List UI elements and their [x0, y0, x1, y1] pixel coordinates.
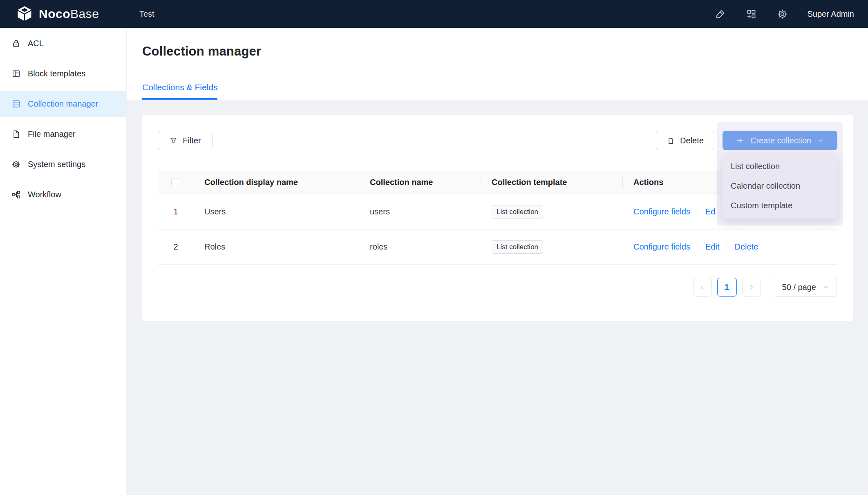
sidebar-item-acl[interactable]: ACL — [0, 30, 126, 56]
configure-fields-link[interactable]: Configure fields — [633, 242, 690, 252]
trash-icon — [667, 136, 675, 145]
sidebar: ACL Block templates Collection manager — [0, 28, 127, 495]
main-content: Collection manager Collections & Fields … — [127, 28, 868, 495]
header-collection-template: Collection template — [481, 178, 623, 187]
nav-menu: Test — [127, 0, 154, 28]
sidebar-item-workflow[interactable]: Workflow — [0, 181, 126, 207]
nav-item-test[interactable]: Test — [139, 9, 154, 19]
sidebar-item-label: Workflow — [28, 190, 61, 199]
pagination-prev-button[interactable] — [693, 278, 712, 297]
chevron-down-icon — [823, 284, 829, 290]
sidebar-item-label: Collection manager — [28, 99, 98, 109]
pagination-page-1[interactable]: 1 — [717, 278, 737, 297]
action-divider — [698, 207, 698, 217]
plus-icon — [736, 136, 745, 145]
file-icon — [11, 129, 21, 139]
tab-collections-fields[interactable]: Collections & Fields — [142, 82, 217, 100]
database-icon — [11, 99, 21, 109]
cell-collection-name: roles — [359, 242, 481, 252]
menu-item-custom-template[interactable]: Custom template — [723, 196, 837, 215]
highlighter-icon[interactable] — [714, 8, 726, 20]
sidebar-item-system-settings[interactable]: System settings — [0, 151, 126, 177]
action-divider — [727, 242, 727, 252]
row-index[interactable]: 2 — [158, 242, 194, 252]
create-collection-label: Create collection — [750, 136, 811, 145]
top-navbar: NocoBase Test Sup — [0, 0, 868, 28]
cell-display-name: Users — [194, 207, 359, 216]
lock-icon — [11, 39, 21, 48]
header-collection-name: Collection name — [359, 178, 481, 187]
cell-template: List collection — [481, 205, 623, 219]
gear-icon — [11, 160, 21, 169]
chevron-right-icon — [748, 284, 755, 291]
create-collection-button[interactable]: Create collection — [723, 131, 837, 150]
sidebar-item-file-manager[interactable]: File manager — [0, 121, 126, 147]
delete-link[interactable]: Delete — [734, 242, 758, 252]
sidebar-item-block-templates[interactable]: Block templates — [0, 60, 126, 87]
filter-button[interactable]: Filter — [158, 131, 213, 150]
sidebar-item-label: Block templates — [28, 69, 85, 78]
menu-item-calendar-collection[interactable]: Calendar collection — [723, 176, 837, 196]
template-tag: List collection — [492, 205, 543, 219]
header-collection-display-name: Collection display name — [194, 178, 359, 187]
nav-right: Super Admin — [714, 8, 868, 20]
tabbar: Collections & Fields — [142, 82, 217, 100]
sidebar-item-label: ACL — [28, 39, 44, 48]
user-name[interactable]: Super Admin — [807, 9, 854, 19]
toolbar: Filter Delete Create collection — [158, 131, 837, 150]
template-tag: List collection — [492, 240, 543, 254]
gear-icon[interactable] — [776, 8, 788, 20]
configure-fields-link[interactable]: Configure fields — [633, 207, 690, 216]
header-select-cell — [158, 178, 194, 187]
delete-button[interactable]: Delete — [656, 131, 714, 150]
delete-label: Delete — [680, 136, 704, 145]
action-divider — [698, 242, 698, 252]
workflow-icon — [11, 190, 21, 199]
filter-label: Filter — [183, 136, 201, 145]
edit-link[interactable]: Ed — [705, 207, 715, 216]
cell-actions: Configure fields Edit Delete — [623, 242, 837, 252]
pagination: 1 50 / page — [693, 278, 837, 297]
app: NocoBase Test Sup — [0, 0, 868, 495]
chevron-down-icon — [817, 137, 824, 144]
cell-template: List collection — [481, 240, 623, 254]
create-collection-menu: List collection Calendar collection Cust… — [723, 153, 837, 219]
table-row: 2 Roles roles List collection Configure … — [158, 230, 837, 265]
cell-collection-name: users — [359, 207, 481, 216]
chevron-left-icon — [699, 284, 706, 291]
brand-name-light: Base — [70, 7, 99, 20]
sidebar-item-label: File manager — [28, 129, 76, 139]
row-index[interactable]: 1 — [158, 207, 194, 216]
sidebar-item-collection-manager[interactable]: Collection manager — [0, 91, 126, 117]
page-size-value: 50 / page — [782, 283, 816, 292]
filter-icon — [169, 136, 178, 145]
cell-display-name: Roles — [194, 242, 359, 252]
brand-name: NocoBase — [39, 7, 99, 21]
appstore-add-icon[interactable] — [745, 8, 757, 20]
layout-icon — [11, 69, 21, 78]
select-all-checkbox[interactable] — [171, 178, 180, 187]
page-title: Collection manager — [142, 44, 261, 59]
pagination-next-button[interactable] — [742, 278, 761, 297]
sidebar-item-label: System settings — [28, 160, 85, 169]
edit-link[interactable]: Edit — [705, 242, 719, 252]
brand-name-bold: Noco — [39, 7, 70, 20]
nocobase-logo-icon — [16, 6, 34, 22]
page-header: Collection manager Collections & Fields — [127, 28, 868, 100]
page-size-select[interactable]: 50 / page — [773, 278, 837, 297]
brand: NocoBase — [0, 0, 127, 28]
menu-item-list-collection[interactable]: List collection — [723, 156, 837, 176]
